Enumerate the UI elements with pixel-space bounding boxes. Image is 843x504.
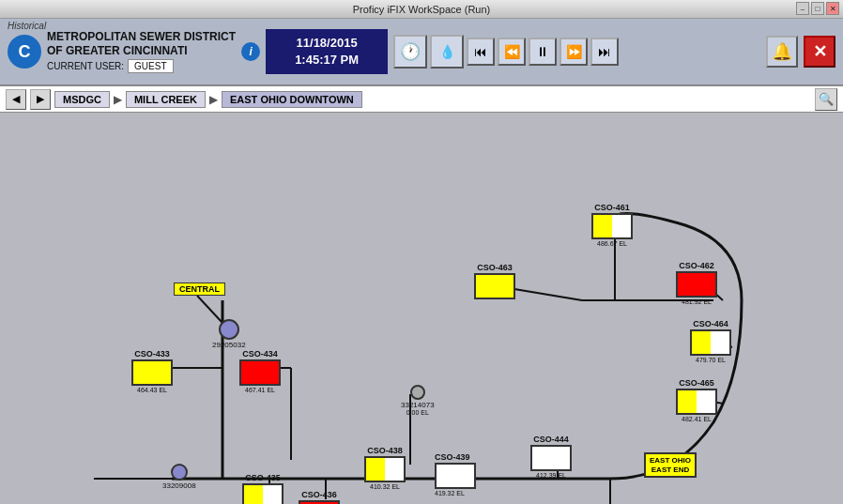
cso-433-node: CSO-433 464.43 EL [131, 349, 173, 393]
junction-29205032: 29205032 [212, 319, 246, 349]
cso-433-box [131, 359, 173, 386]
cso-464-box [690, 329, 731, 356]
org-name-line2: OF GREATER CINCINNATI [47, 44, 236, 57]
info-icon[interactable]: i [241, 42, 260, 61]
bell-button[interactable]: 🔔 [766, 36, 798, 68]
junction-33214073: 33214073 0.00 EL [401, 385, 435, 416]
cso-461-node: CSO-461 486.67 EL [591, 203, 633, 247]
app-title: Proficy iFIX WorkSpace (Run) [353, 4, 491, 15]
breadcrumb-forward-button[interactable]: ▶ [30, 89, 51, 110]
junction-circle-33209008 [171, 464, 188, 481]
cso-438-elevation: 410.32 EL [370, 483, 400, 490]
fast-forward-button[interactable]: ⏭ [590, 38, 619, 66]
junction-circle-33214073 [410, 385, 425, 400]
breadcrumb-search-button[interactable]: 🔍 [815, 88, 837, 111]
cso-433-elevation: 464.43 EL [137, 387, 167, 393]
cso-461-label: CSO-461 [594, 203, 630, 212]
cso-462-node: CSO-462 481.92 EL [676, 261, 717, 305]
cso-439-label: CSO-439 [435, 452, 476, 462]
cso-465-elevation: 482.41 EL [682, 416, 712, 422]
time-value: 1:45:17 PM [275, 52, 378, 69]
cso-444-label: CSO-444 [533, 435, 569, 444]
cso-436-label: CSO-436 [301, 490, 337, 499]
breadcrumb-arrow-2: ▶ [209, 93, 218, 106]
cso-465-label: CSO-465 [679, 378, 714, 388]
cso-465-node: CSO-465 482.41 EL [676, 378, 717, 422]
play-button[interactable]: ⏩ [559, 38, 588, 66]
east-ohio-east-end-label: EAST OHIOEAST END [644, 452, 697, 478]
junction-label-33209008: 33209008 [162, 481, 196, 490]
current-user-label: CURRENT USER: [47, 61, 124, 71]
junction-33209008: 33209008 [162, 464, 196, 490]
cso-434-elevation: 467.41 EL [245, 387, 275, 393]
cso-433-label: CSO-433 [134, 349, 170, 359]
cso-444-elevation: 412.39 EL [536, 472, 566, 479]
cso-438-label: CSO-438 [367, 446, 403, 455]
cso-464-node: CSO-464 479.70 EL [690, 319, 731, 363]
cso-465-box [676, 389, 717, 415]
pause-button[interactable]: ⏸ [529, 38, 557, 66]
junction-circle [219, 319, 239, 340]
cso-444-node: CSO-444 412.39 EL [530, 435, 572, 479]
junction-label: 29205032 [212, 341, 246, 349]
junction-elev-33214073: 0.00 EL [406, 409, 429, 416]
cso-436-box [299, 500, 340, 504]
cso-463-box [474, 273, 515, 299]
datetime-display: 11/18/2015 1:45:17 PM [266, 29, 388, 74]
cso-436-node: CSO-436 411.09 EL [299, 490, 340, 504]
cso-439-node: CSO-439 419.32 EL [435, 452, 476, 496]
cso-439-box [435, 463, 476, 489]
junction-label-33214073: 33214073 [401, 401, 435, 409]
maximize-button[interactable]: □ [811, 2, 824, 15]
cso-434-label: CSO-434 [242, 349, 278, 359]
current-user-value: GUEST [128, 59, 173, 73]
data-button[interactable]: 💧 [430, 35, 464, 69]
cso-462-label: CSO-462 [679, 261, 714, 270]
date-value: 11/18/2015 [275, 35, 378, 52]
cso-464-label: CSO-464 [693, 319, 728, 328]
breadcrumb-arrow-1: ▶ [114, 93, 122, 106]
rewind-button[interactable]: ⏮ [467, 38, 495, 66]
breadcrumb-msdgc[interactable]: MSDGC [54, 91, 110, 108]
cso-444-box [530, 445, 572, 471]
minimize-button[interactable]: – [796, 2, 809, 15]
pipe-network-svg [0, 113, 843, 504]
central-label: CENTRAL [174, 283, 225, 296]
breadcrumb-mill-creek[interactable]: MILL CREEK [126, 91, 206, 108]
cso-435-box [242, 483, 284, 504]
historical-label: Historical [8, 21, 46, 31]
cso-435-label: CSO-435 [245, 473, 281, 482]
cso-435-node: CSO-435 413.31 EL [242, 473, 284, 504]
cso-434-node: CSO-434 467.41 EL [239, 349, 281, 393]
logo-icon: C [8, 35, 41, 69]
clock-button[interactable]: 🕐 [393, 35, 427, 69]
cso-462-box [676, 271, 717, 298]
cso-439-elevation: 419.32 EL [435, 490, 476, 496]
breadcrumb-east-ohio[interactable]: EAST OHIO DOWNTOWN [222, 91, 362, 108]
cso-461-box [591, 213, 633, 239]
cso-463-node: CSO-463 [474, 263, 515, 300]
cso-463-label: CSO-463 [477, 263, 513, 272]
cso-461-elevation: 486.67 EL [597, 240, 627, 247]
cso-434-box [239, 359, 281, 386]
cso-438-node: CSO-438 410.32 EL [364, 446, 406, 490]
close-window-button[interactable]: ✕ [826, 2, 839, 15]
exit-button[interactable]: ✕ [804, 36, 835, 68]
org-name-line1: METROPOLITAN SEWER DISTRICT [47, 30, 236, 43]
cso-464-elevation: 479.70 EL [696, 357, 726, 363]
cso-462-elevation: 481.92 EL [682, 298, 712, 305]
prev-button[interactable]: ⏪ [498, 38, 526, 66]
cso-438-box [364, 456, 406, 482]
diagram-area: CENTRAL 29205032 CSO-433 464.43 EL CSO-4… [0, 113, 843, 504]
breadcrumb-back-button[interactable]: ◀ [6, 89, 26, 110]
